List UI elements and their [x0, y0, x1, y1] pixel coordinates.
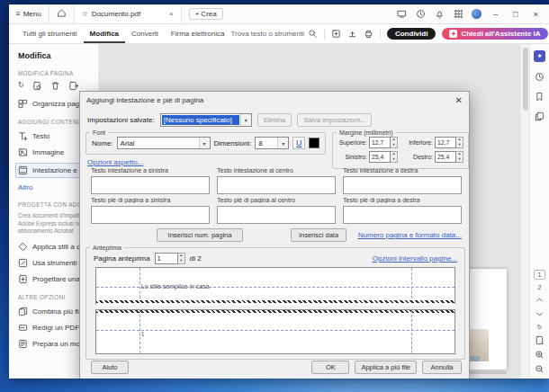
- zoom-in-icon[interactable]: [535, 350, 544, 360]
- footer-left-input[interactable]: [91, 206, 210, 224]
- search-placeholder: Trova testo o strumenti: [230, 30, 304, 38]
- applica-piu-file-button[interactable]: Applica a più file: [355, 361, 417, 374]
- window-minimize-icon[interactable]: –: [490, 10, 501, 19]
- saved-settings-value: [Nessuno specificato]: [162, 115, 239, 125]
- history-clock-icon[interactable]: [535, 72, 544, 82]
- chevron-down-icon[interactable]: [535, 309, 544, 319]
- dialog-titlebar: Aggiungi intestazione e piè di pagina ✕: [80, 92, 469, 108]
- tab-tutti-gli-strumenti[interactable]: Tutti gli strumenti: [16, 24, 84, 43]
- footer-center-input[interactable]: [217, 206, 336, 224]
- font-size-select[interactable]: 8 ▾: [255, 137, 289, 149]
- header-footer-dialog: Aggiungi intestazione e piè di pagina ✕ …: [79, 91, 470, 379]
- margins-group-label: Margine (millimetri): [337, 129, 396, 136]
- aiuto-button[interactable]: Aiuto: [91, 361, 129, 374]
- crop-page-icon[interactable]: [32, 81, 42, 93]
- dialog-close-icon[interactable]: ✕: [455, 95, 463, 105]
- inserisci-num-pagina-button[interactable]: Inserisci num. pagina: [157, 228, 243, 242]
- combo-arrow-icon: ▾: [277, 138, 288, 148]
- margin-inferiore: Inferiore: 12,7▲▼: [403, 137, 464, 148]
- dialog-buttons: Aiuto OK Applica a più file Annulla: [91, 361, 462, 374]
- hamburger-icon: ≡: [16, 10, 21, 18]
- menu-label: Menu: [23, 10, 41, 18]
- opzioni-aspetto-link[interactable]: Opzioni aspetto...: [87, 158, 143, 166]
- ai-assistant-icon: ✦: [449, 30, 457, 38]
- margin-sinistro-spinner[interactable]: 25,4▲▼: [369, 151, 398, 163]
- scrollbar-thumb[interactable]: [523, 48, 528, 111]
- header-right-input[interactable]: [343, 176, 462, 194]
- anteprima-groupbox: Anteprima Pagina anteprima 1▲▼ di 2 Opzi…: [86, 245, 465, 360]
- window-maximize-icon[interactable]: □: [509, 10, 521, 19]
- margin-inferiore-spinner[interactable]: 12,7▲▼: [435, 137, 464, 148]
- tab-title: Documento.pdf: [92, 10, 140, 18]
- design-tools-icon: [18, 258, 28, 268]
- star-icon[interactable]: ☆: [82, 10, 88, 18]
- pagina-anteprima-label: Pagina anteprima: [94, 254, 150, 263]
- redact-icon: [18, 323, 28, 333]
- pagina-anteprima-spinner[interactable]: 1▲▼: [155, 253, 185, 264]
- export-pdf-icon[interactable]: [331, 29, 341, 39]
- titlebar-right: – □ ×: [396, 9, 549, 20]
- zoom-out-icon[interactable]: [535, 364, 544, 374]
- delete-page-icon[interactable]: [50, 81, 60, 93]
- plus-icon: +: [195, 10, 200, 18]
- rotate-page-icon[interactable]: ↻: [18, 81, 24, 93]
- ai-assistant-button[interactable]: ✦ Chiedi all'Assistente IA: [442, 28, 547, 40]
- margin-destro-spinner[interactable]: 25,4▲▼: [435, 151, 464, 163]
- vertical-scrollbar[interactable]: [520, 44, 529, 379]
- preview-document-text: Lo stile semplice in casa: [141, 283, 210, 290]
- header-preview: Lo stile semplice in casa: [95, 267, 455, 306]
- footer-right-input[interactable]: [343, 206, 462, 224]
- tab-modifica[interactable]: Modifica: [84, 24, 125, 43]
- menu-button[interactable]: ≡ Menu: [9, 4, 50, 23]
- notifications-bell-icon[interactable]: [434, 9, 445, 20]
- bookmarks-icon[interactable]: [535, 92, 544, 102]
- home-button[interactable]: [50, 8, 74, 20]
- apply-styles-icon: [18, 242, 28, 252]
- salva-impostazioni-button[interactable]: Salva impostazioni...: [297, 113, 372, 127]
- margin-superiore-spinner[interactable]: 12,7▲▼: [369, 137, 398, 148]
- font-color-swatch[interactable]: [309, 138, 320, 148]
- header-footer-icon: [18, 165, 28, 175]
- document-tab[interactable]: ☆ Documento.pdf ×: [74, 4, 182, 23]
- window-close-icon[interactable]: ×: [530, 10, 542, 19]
- print-icon[interactable]: [364, 29, 374, 39]
- content-area: Modifica MODIFICA PAGINA ↻ Organizza pag…: [9, 44, 549, 379]
- inserisci-data-button[interactable]: Inserisci data: [291, 228, 346, 242]
- tab-firma-elettronica[interactable]: Firma elettronica: [165, 24, 231, 43]
- sidebar-title: Modifica: [18, 51, 98, 60]
- font-groupbox: Font Nome: Arial ▾ Dimensioni: 8 ▾ U: [86, 129, 326, 155]
- elimina-button[interactable]: Elimina: [257, 113, 292, 127]
- current-page-field[interactable]: 1: [534, 270, 546, 280]
- header-center-input[interactable]: [217, 176, 336, 194]
- help-icon[interactable]: [415, 9, 426, 20]
- extract-page-icon[interactable]: [68, 81, 78, 93]
- page-display-icon[interactable]: [535, 335, 544, 345]
- chevron-up-icon[interactable]: [535, 295, 544, 305]
- opzioni-intervallo-link[interactable]: Opzioni intervallo pagine...: [373, 254, 457, 263]
- saved-settings-select[interactable]: [Nessuno specificato] ▾: [160, 113, 252, 127]
- annulla-button[interactable]: Annulla: [422, 361, 462, 374]
- numero-formato-link[interactable]: Numero pagina e formato data...: [358, 231, 462, 239]
- search-input[interactable]: Trova testo o strumenti: [230, 29, 318, 39]
- apps-grid-icon[interactable]: [453, 9, 464, 20]
- account-avatar[interactable]: [472, 9, 482, 19]
- upload-cloud-icon[interactable]: [347, 29, 357, 39]
- screen-share-icon[interactable]: [396, 9, 407, 20]
- page-thumbnails-icon[interactable]: [535, 111, 544, 121]
- crea-button[interactable]: + Crea: [189, 8, 223, 20]
- combo-arrow-icon: ▾: [240, 114, 251, 126]
- combo-arrow-icon: ▾: [199, 138, 210, 148]
- ai-assistant-panel-icon[interactable]: ✦: [534, 50, 545, 62]
- ok-button[interactable]: OK: [311, 361, 349, 374]
- tab-converti[interactable]: Converti: [125, 24, 165, 43]
- right-rail: ✦ 1 2 ↻: [529, 44, 549, 379]
- underline-button[interactable]: U: [292, 137, 305, 149]
- font-name-select[interactable]: Arial ▾: [117, 137, 211, 149]
- margin-sinistro: Sinistro: 25,4▲▼: [338, 151, 398, 163]
- header-left-input[interactable]: [91, 176, 210, 194]
- tab-close-icon[interactable]: ×: [169, 10, 174, 18]
- condividi-button[interactable]: Condividi: [387, 28, 436, 40]
- divider: [324, 29, 325, 40]
- rotate-view-icon[interactable]: ↻: [537, 324, 543, 331]
- new-page-icon: [18, 274, 28, 284]
